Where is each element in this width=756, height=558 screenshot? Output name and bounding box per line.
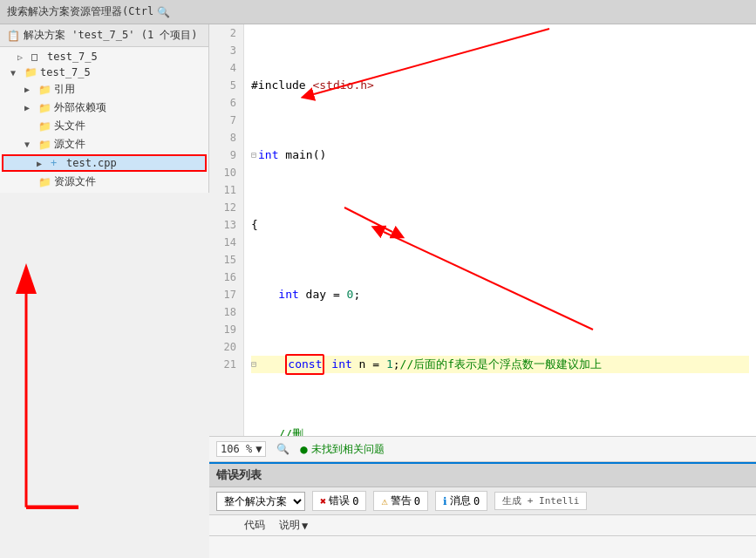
status-ok: ● 未找到相关问题 [300,442,384,457]
code-line-3: ⊟ int main() [251,146,749,164]
sidebar-title: 解决方案 'test_7_5' (1 个项目) [24,28,198,43]
arrow-references: ▶ [24,85,38,94]
info-icon: ℹ [443,495,447,507]
search-icon-statusbar: 🔍 [276,443,289,455]
sidebar-item-solution[interactable]: ▷ □ test_7_5 [0,49,208,65]
code-editor: 2 3 4 5 6 7 8 9 10 11 12 13 14 15 [209,24,756,436]
col-code-label: 代码 [244,518,265,533]
scope-select[interactable]: 整个解决方案 [216,492,305,511]
error-columns: 代码 说明 ▼ [209,515,756,536]
external-label: 外部依赖项 [54,100,205,115]
resources-label: 资源文件 [54,174,205,189]
error-count: 0 [352,495,358,507]
info-count: 0 [473,495,480,507]
sidebar-item-test-cpp[interactable]: ▶ + test.cpp [2,154,207,172]
external-icon: 📁 [38,102,54,114]
editor-content[interactable]: 2 3 4 5 6 7 8 9 10 11 12 13 14 15 [209,24,756,436]
sidebar-item-references[interactable]: ▶ 📁 引用 [0,80,208,99]
cpp-icon: + [51,157,66,169]
arrow-sources: ▼ [24,140,38,149]
references-icon: 📁 [38,84,54,96]
sidebar-item-external-deps[interactable]: ▶ 📁 外部依赖项 [0,99,208,117]
search-icon: 🔍 [157,6,170,18]
error-badge-info[interactable]: ℹ 消息 0 [435,491,487,511]
arrow-solution: ▷ [17,52,31,62]
headers-icon: 📁 [38,120,54,133]
zoom-dropdown-icon[interactable]: ▼ [255,443,262,455]
code-line-4: { [251,216,749,234]
error-icon: ✖ [320,495,326,507]
code-lines: #include <stdio.h> ⊟ int main() { [244,24,756,436]
cpp-label: test.cpp [66,157,203,169]
error-panel: 错误列表 整个解决方案 ✖ 错误 0 ⚠ 警告 0 [209,462,756,558]
error-toolbar: 整个解决方案 ✖ 错误 0 ⚠ 警告 0 ℹ 消息 [209,487,756,515]
code-line-6: ⊟ const int n = 1;//后面的f表示是个浮点数一般建议加上 [251,356,749,373]
zoom-value: 106 % [221,443,252,455]
code-line-2: #include <stdio.h> [251,77,749,94]
main-area: 📋 解决方案 'test_7_5' (1 个项目) ▷ □ test_7_5 ▼ [0,24,756,558]
sidebar-item-headers[interactable]: 📁 头文件 [0,117,208,135]
warning-count: 0 [414,495,420,507]
arrow-cpp: ▶ [37,159,51,168]
col-code[interactable]: 代码 [244,518,265,533]
info-label: 消息 [450,493,471,508]
warning-label: 警告 [391,493,412,508]
sidebar-item-resources[interactable]: 📁 资源文件 [0,173,208,191]
sources-icon: 📁 [38,139,54,151]
sidebar-tree: ▷ □ test_7_5 ▼ 📁 test_7_5 ▶ [0,47,208,193]
collapse-3[interactable]: ⊟ [251,146,256,164]
status-text: 未找到相关问题 [311,442,385,457]
sidebar: 📋 解决方案 'test_7_5' (1 个项目) ▷ □ test_7_5 ▼ [0,24,209,193]
col-desc-label: 说明 [279,518,300,533]
status-bar: 106 % ▼ 🔍 ● 未找到相关问题 [209,436,756,462]
code-line-7: //删 [251,425,749,436]
solution-icon: □ [31,51,47,63]
build-label: 生成 + Intelli [502,494,579,507]
resources-icon: 📁 [38,176,54,188]
editor-wrapper: 2 3 4 5 6 7 8 9 10 11 12 13 14 15 [209,24,756,558]
project-label: test_7_5 [40,66,205,78]
error-badge-error[interactable]: ✖ 错误 0 [312,491,366,511]
code-line-5: int day = 0; [251,286,749,303]
app-container: 搜索解决方案资源管理器(Ctrl 🔍 📋 解决方案 'test_7_5' (1 … [0,0,756,558]
error-label: 错误 [329,493,350,508]
sidebar-icon: 📋 [7,30,20,42]
status-circle-icon: ● [300,442,307,456]
sidebar-item-sources[interactable]: ▼ 📁 源文件 [0,135,208,153]
headers-label: 头文件 [54,119,205,133]
error-panel-title: 错误列表 [216,468,262,481]
col-desc-sort-icon: ▼ [302,520,308,532]
top-bar: 搜索解决方案资源管理器(Ctrl 🔍 [0,0,756,24]
arrow-external: ▶ [24,103,38,112]
project-icon: 📁 [24,66,40,78]
sidebar-wrapper: 📋 解决方案 'test_7_5' (1 个项目) ▷ □ test_7_5 ▼ [0,24,209,558]
error-badge-build[interactable]: 生成 + Intelli [494,492,587,510]
solution-label: test_7_5 [47,51,205,63]
references-label: 引用 [54,82,205,97]
collapse-6[interactable]: ⊟ [251,356,256,373]
line-numbers: 2 3 4 5 6 7 8 9 10 11 12 13 14 15 [209,24,244,436]
error-panel-header: 错误列表 [209,464,756,487]
sidebar-header: 📋 解决方案 'test_7_5' (1 个项目) [0,24,208,47]
arrow-project: ▼ [10,68,24,78]
error-badge-warning[interactable]: ⚠ 警告 0 [373,491,427,511]
sources-label: 源文件 [54,137,205,152]
top-bar-title: 搜索解决方案资源管理器(Ctrl [7,4,153,19]
zoom-control[interactable]: 106 % ▼ [216,441,266,457]
sidebar-item-project[interactable]: ▼ 📁 test_7_5 [0,65,208,80]
warning-icon: ⚠ [381,495,387,507]
col-desc[interactable]: 说明 ▼ [279,518,308,533]
